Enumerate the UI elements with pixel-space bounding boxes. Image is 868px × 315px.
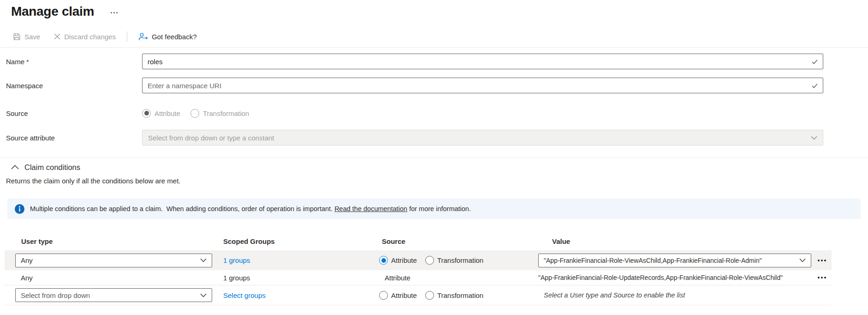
valid-check-icon [811,82,818,89]
chevron-down-icon [799,258,806,262]
row-attribute-radio[interactable]: Attribute [379,256,417,265]
section-divider [0,157,868,158]
column-header-scoped-groups: Scoped Groups [223,237,379,245]
user-type-value: Any [15,274,223,282]
row-menu-button[interactable] [815,271,829,284]
close-icon [54,33,60,40]
valid-check-icon [811,58,818,65]
scoped-groups-link[interactable]: 1 groups [223,256,250,264]
name-field-row: Name* [0,54,868,69]
namespace-input[interactable] [142,78,823,93]
got-feedback-label: Got feedback? [152,33,197,41]
user-type-placeholder: Select from drop down [21,291,200,299]
value-text: "App-FrankieFinancial-Role-UpdateRecords… [538,274,811,281]
save-button[interactable]: Save [9,30,44,43]
row-transformation-radio[interactable]: Transformation [425,291,483,300]
more-icon [113,12,115,13]
user-type-dropdown[interactable]: Select from drop down [15,288,212,302]
page-header: Manage claim [0,0,868,22]
table-row: Any 1 groups Attribute Transformation "A… [5,250,832,270]
save-label: Save [24,33,40,41]
column-header-source: Source [379,237,538,245]
ellipsis-icon [821,260,823,261]
table-row: Any 1 groups Attribute "App-FrankieFinan… [5,270,832,285]
radio-unselected-icon [425,291,434,300]
claim-conditions-toggle[interactable]: Claim conditions [11,162,868,173]
source-value: Attribute [379,274,538,282]
discard-changes-label: Discard changes [64,33,116,41]
banner-text-before: Multiple conditions can be applied to a … [30,205,334,212]
source-attribute-label: Source attribute [6,134,142,142]
source-transformation-radio[interactable]: Transformation [190,109,249,118]
read-documentation-link[interactable]: Read the documentation [334,205,407,212]
user-type-dropdown[interactable]: Any [15,254,212,267]
radio-unselected-icon [379,291,388,300]
required-asterisk: * [26,58,29,66]
column-header-value: Value [538,237,829,245]
chevron-down-icon [200,258,207,262]
source-label: Source [6,109,142,117]
namespace-label: Namespace [6,82,142,90]
info-icon [15,204,24,214]
row-attribute-radio[interactable]: Attribute [379,291,417,300]
chevron-up-icon [11,165,19,170]
save-icon [13,33,21,41]
info-banner: Multiple conditions can be applied to a … [7,199,861,219]
user-type-value: Any [21,256,200,264]
attribute-radio-label: Attribute [155,109,180,117]
table-row: Select from drop down Select groups Attr… [5,285,832,305]
value-dropdown[interactable]: "App-FrankieFinancial-Role-ViewAsChild,A… [538,254,811,267]
radio-selected-icon [379,256,388,265]
source-attribute-radio[interactable]: Attribute [142,109,180,118]
radio-unselected-icon [190,109,199,118]
chevron-down-icon [811,136,817,140]
chevron-down-icon [200,293,207,297]
transformation-radio-label: Transformation [437,256,483,264]
source-attribute-combobox[interactable]: Select from drop down or type a constant [142,130,823,145]
namespace-field-row: Namespace [0,78,868,93]
attribute-radio-label: Attribute [391,256,417,264]
name-label: Name* [6,58,142,66]
claim-conditions-description: Returns the claim only if all the condit… [6,177,868,185]
transformation-radio-label: Transformation [437,291,483,299]
row-menu-button[interactable] [815,254,829,267]
toolbar-separator [127,31,127,42]
banner-text-after: for more information. [407,205,471,212]
discard-changes-button[interactable]: Discard changes [50,30,119,43]
radio-selected-icon [142,109,151,118]
ellipsis-icon [821,277,823,279]
scoped-groups-value: 1 groups [223,274,379,282]
claim-conditions-title: Claim conditions [24,163,80,172]
name-input[interactable] [142,54,823,69]
select-groups-link[interactable]: Select groups [223,291,266,299]
toolbar-divider [0,47,868,48]
row-transformation-radio[interactable]: Transformation [425,256,483,265]
value-text: "App-FrankieFinancial-Role-ViewAsChild,A… [544,257,799,264]
radio-unselected-icon [425,256,434,265]
more-commands-button[interactable] [108,10,120,15]
value-hint: Select a User type and Source to enable … [538,291,829,299]
transformation-radio-label: Transformation [203,109,249,117]
column-header-user-type: User type [15,237,223,245]
feedback-person-icon [138,32,148,41]
got-feedback-button[interactable]: Got feedback? [135,30,201,43]
source-field-row: Source Attribute Transformation [0,108,868,118]
page-title: Manage claim [11,3,94,20]
source-attribute-field-row: Source attribute Select from drop down o… [0,130,868,145]
source-attribute-placeholder: Select from drop down or type a constant [148,134,811,142]
table-header-row: User type Scoped Groups Source Value [5,236,832,246]
conditions-table: User type Scoped Groups Source Value Any… [5,236,832,305]
attribute-radio-label: Attribute [391,291,417,299]
command-bar: Save Discard changes Got feedback? [9,29,868,44]
